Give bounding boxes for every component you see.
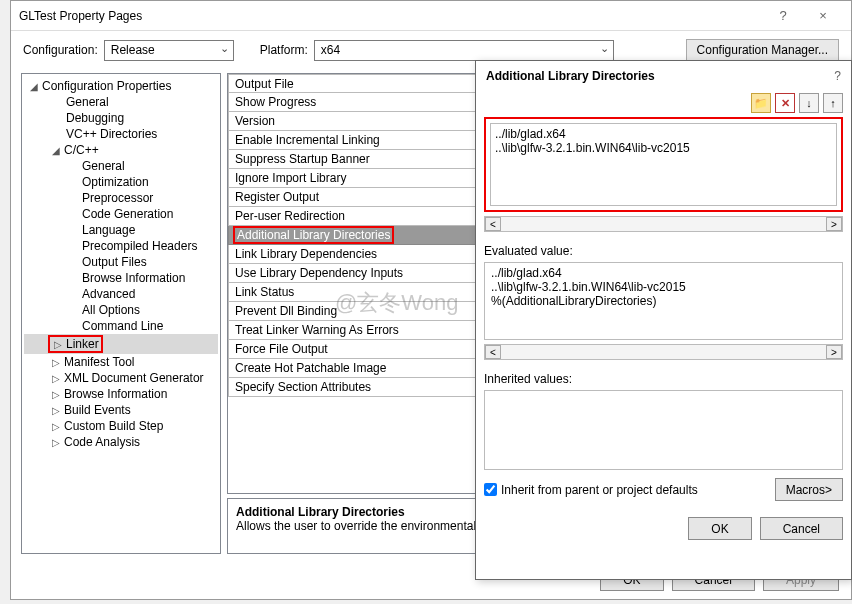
- tree-item[interactable]: Language: [24, 222, 218, 238]
- inherit-checkbox-row: Inherit from parent or project defaults …: [484, 478, 843, 501]
- paths-edit-box[interactable]: ../lib/glad.x64 ..\lib\glfw-3.2.1.bin.WI…: [484, 117, 843, 212]
- tree-item[interactable]: Preprocessor: [24, 190, 218, 206]
- move-up-icon[interactable]: ↑: [823, 93, 843, 113]
- close-button[interactable]: ×: [803, 8, 843, 23]
- tree-item[interactable]: Code Generation: [24, 206, 218, 222]
- configuration-combo[interactable]: Release: [104, 40, 234, 61]
- popup-titlebar: Additional Library Directories ?: [476, 61, 851, 91]
- tree-item[interactable]: All Options: [24, 302, 218, 318]
- tree-item[interactable]: VC++ Directories: [24, 126, 218, 142]
- tree-linker[interactable]: ▷Linker: [24, 334, 218, 354]
- tree-item[interactable]: ▷XML Document Generator: [24, 370, 218, 386]
- tree-item[interactable]: ▷Browse Information: [24, 386, 218, 402]
- tree-item[interactable]: Advanced: [24, 286, 218, 302]
- platform-label: Platform:: [260, 43, 308, 57]
- popup-title: Additional Library Directories: [486, 69, 834, 83]
- new-line-icon[interactable]: 📁: [751, 93, 771, 113]
- inherit-checkbox[interactable]: [484, 483, 497, 496]
- tree-item[interactable]: ▷Custom Build Step: [24, 418, 218, 434]
- inherited-box: [484, 390, 843, 470]
- popup-toolbar: 📁 ✕ ↓ ↑: [476, 91, 851, 117]
- tree-item[interactable]: Output Files: [24, 254, 218, 270]
- delete-icon[interactable]: ✕: [775, 93, 795, 113]
- additional-library-dirs-dialog: Additional Library Directories ? 📁 ✕ ↓ ↑…: [475, 60, 852, 580]
- nav-tree[interactable]: ◢Configuration Properties General Debugg…: [21, 73, 221, 554]
- tree-item[interactable]: Optimization: [24, 174, 218, 190]
- tree-root[interactable]: ◢Configuration Properties: [24, 78, 218, 94]
- configuration-manager-button[interactable]: Configuration Manager...: [686, 39, 839, 61]
- inherit-checkbox-label: Inherit from parent or project defaults: [501, 483, 698, 497]
- tree-item[interactable]: Browse Information: [24, 270, 218, 286]
- h-scrollbar[interactable]: < >: [484, 344, 843, 360]
- eval-line: ..\lib\glfw-3.2.1.bin.WIN64\lib-vc2015: [491, 280, 836, 294]
- path-line[interactable]: ..\lib\glfw-3.2.1.bin.WIN64\lib-vc2015: [495, 141, 832, 155]
- configuration-label: Configuration:: [23, 43, 98, 57]
- tree-cpp[interactable]: ◢C/C++: [24, 142, 218, 158]
- popup-cancel-button[interactable]: Cancel: [760, 517, 843, 540]
- eval-line: %(AdditionalLibraryDirectories): [491, 294, 836, 308]
- scroll-right-icon[interactable]: >: [826, 345, 842, 359]
- tree-item[interactable]: Debugging: [24, 110, 218, 126]
- h-scrollbar[interactable]: < >: [484, 216, 843, 232]
- popup-ok-button[interactable]: OK: [688, 517, 751, 540]
- tree-item[interactable]: ▷Manifest Tool: [24, 354, 218, 370]
- tree-item[interactable]: General: [24, 158, 218, 174]
- path-line[interactable]: ../lib/glad.x64: [495, 127, 832, 141]
- help-button[interactable]: ?: [763, 8, 803, 23]
- evaluated-label: Evaluated value:: [484, 244, 843, 258]
- tree-item[interactable]: Command Line: [24, 318, 218, 334]
- scroll-right-icon[interactable]: >: [826, 217, 842, 231]
- scroll-left-icon[interactable]: <: [485, 345, 501, 359]
- tree-item[interactable]: General: [24, 94, 218, 110]
- evaluated-box: ../lib/glad.x64 ..\lib\glfw-3.2.1.bin.WI…: [484, 262, 843, 340]
- tree-item[interactable]: Precompiled Headers: [24, 238, 218, 254]
- popup-buttons: OK Cancel: [476, 509, 851, 548]
- inherited-label: Inherited values:: [484, 372, 843, 386]
- platform-combo[interactable]: x64: [314, 40, 614, 61]
- tree-item[interactable]: ▷Build Events: [24, 402, 218, 418]
- titlebar: GLTest Property Pages ? ×: [11, 1, 851, 31]
- window-title: GLTest Property Pages: [19, 9, 763, 23]
- eval-line: ../lib/glad.x64: [491, 266, 836, 280]
- tree-item[interactable]: ▷Code Analysis: [24, 434, 218, 450]
- macros-button[interactable]: Macros>: [775, 478, 843, 501]
- move-down-icon[interactable]: ↓: [799, 93, 819, 113]
- scroll-left-icon[interactable]: <: [485, 217, 501, 231]
- popup-help-button[interactable]: ?: [834, 69, 841, 83]
